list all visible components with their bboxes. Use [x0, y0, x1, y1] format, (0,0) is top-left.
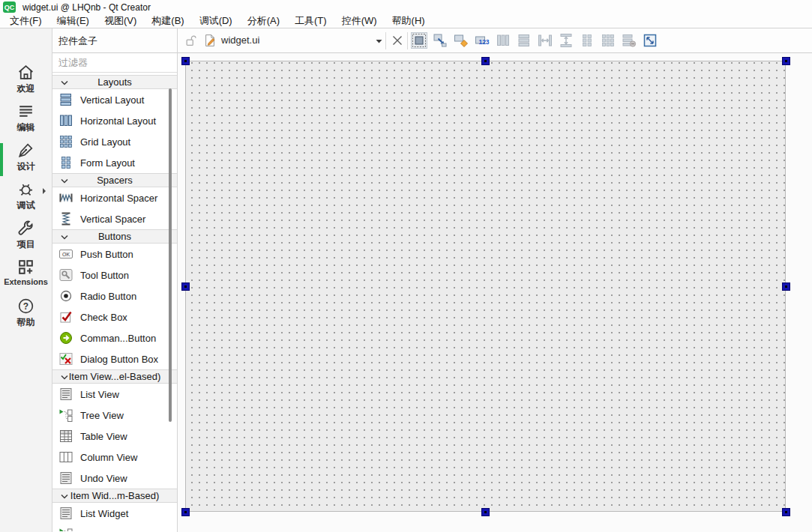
selection-handle-cb[interactable]	[481, 508, 490, 516]
menu-item-widgets[interactable]: 控件(W)	[334, 14, 385, 28]
menu-item-help[interactable]: 帮助(H)	[385, 14, 433, 28]
widget-item-label: Tool Button	[80, 270, 129, 281]
tool-lay-out-vertically[interactable]	[517, 33, 532, 48]
menu-item-edit[interactable]: 编辑(E)	[49, 14, 97, 28]
widget-item-label: Dialog Button Box	[80, 354, 158, 365]
unlocked-padlock-icon[interactable]	[184, 34, 198, 47]
dropdown-arrow-icon[interactable]	[375, 38, 383, 44]
filter-input[interactable]	[52, 53, 177, 72]
widget-box-scrollbar[interactable]	[169, 88, 172, 422]
form-design-surface[interactable]	[185, 61, 786, 512]
menu-item-build[interactable]: 构建(B)	[144, 14, 191, 28]
tool-lay-out-vertically-in-splitter[interactable]	[559, 33, 574, 48]
svg-text:123: 123	[478, 38, 489, 46]
widget-item-list-view[interactable]: List View	[52, 384, 177, 405]
tool-lay-out-in-grid[interactable]	[601, 33, 616, 48]
sidebar-mode-label: Extensions	[4, 277, 48, 286]
sidebar-mode-help[interactable]: ?帮助	[0, 297, 52, 336]
widget-item-column-view[interactable]: Column View	[52, 447, 177, 468]
close-document-icon[interactable]	[390, 33, 405, 48]
sidebar-mode-debug[interactable]: 调试	[0, 180, 52, 219]
widget-item-form-layout[interactable]: Form Layout	[52, 152, 177, 173]
category-header-spacers[interactable]: Spacers	[52, 173, 177, 187]
sidebar-mode-label: 调试	[17, 199, 35, 212]
widget-item-tree-widget[interactable]: Tree Widget	[52, 524, 177, 531]
widget-item-undo-view[interactable]: Undo View	[52, 468, 177, 489]
widget-item-label: Push Button	[80, 249, 133, 260]
widget-item-tree-view[interactable]: Tree View	[52, 405, 177, 426]
toolbar-separator	[385, 32, 386, 49]
tool-lay-out-in-form-layout[interactable]	[580, 33, 595, 48]
widget-item-list-widget[interactable]: List Widget	[52, 503, 177, 524]
help-icon: ?	[16, 297, 35, 315]
chevron-down-icon	[61, 494, 68, 499]
widget-item-dialog-button-box[interactable]: Dialog Button Box	[52, 348, 177, 369]
menu-item-analyze[interactable]: 分析(A)	[240, 14, 287, 28]
dialog-button-box-icon	[58, 351, 73, 366]
widget-box-panel: 控件盒子 LayoutsVertical LayoutHorizontal La…	[52, 28, 178, 532]
widget-item-label: List Widget	[80, 508, 128, 519]
grid-layout-icon	[58, 134, 73, 149]
tool-break-layout[interactable]	[622, 33, 637, 48]
category-label: Layouts	[97, 76, 132, 88]
tool-lay-out-horizontally[interactable]	[496, 33, 511, 48]
sidebar-mode-projects[interactable]: 项目	[0, 219, 52, 258]
radio-button-icon	[58, 288, 73, 303]
category-header-buttons[interactable]: Buttons	[52, 229, 177, 244]
widget-item-tool-button[interactable]: Tool Button	[52, 265, 177, 285]
title-bar: QC widget.ui @ LHQnb - Qt Creator	[0, 0, 812, 14]
sidebar-mode-extensions[interactable]: Extensions	[0, 258, 52, 297]
category-header-item-views[interactable]: Item View...el-Based)	[52, 369, 177, 384]
tool-lay-out-horizontally-in-splitter[interactable]	[538, 33, 553, 48]
tool-adjust-size[interactable]	[643, 33, 658, 48]
widget-item-check-box[interactable]: Check Box	[52, 306, 177, 327]
menu-item-view[interactable]: 视图(V)	[97, 14, 144, 28]
menu-item-file[interactable]: 文件(F)	[2, 14, 49, 28]
widget-item-comman-button[interactable]: Comman...Button	[52, 327, 177, 348]
category-label: Item View...el-Based)	[69, 371, 161, 382]
menu-item-debug[interactable]: 调试(D)	[192, 14, 240, 28]
widget-item-horizontal-layout[interactable]: Horizontal Layout	[52, 110, 177, 131]
sidebar-mode-edit[interactable]: 编辑	[0, 102, 52, 141]
table-view-icon	[58, 429, 73, 444]
widget-item-radio-button[interactable]: Radio Button	[52, 285, 177, 306]
category-header-layouts[interactable]: Layouts	[52, 75, 177, 89]
selection-handle-lt[interactable]	[181, 57, 190, 65]
sidebar-mode-label: 编辑	[17, 121, 35, 134]
sidebar-mode-welcome[interactable]: 欢迎	[0, 63, 52, 102]
tool-edit-tab-order[interactable]: 123	[475, 33, 490, 48]
widget-item-label: Vertical Layout	[80, 94, 144, 106]
selection-handle-lm[interactable]	[181, 282, 190, 291]
menu-item-tools[interactable]: 工具(T)	[287, 14, 334, 28]
vertical-layout-icon	[58, 92, 73, 107]
widget-item-label: Check Box	[80, 312, 127, 323]
widget-item-push-button[interactable]: OKPush Button	[52, 244, 177, 265]
flyout-arrow-icon[interactable]	[42, 187, 46, 195]
horizontal-layout-icon	[58, 113, 73, 128]
category-header-item-widgets[interactable]: Item Wid...m-Based)	[52, 489, 177, 503]
widget-item-label: Tree View	[80, 410, 124, 421]
widget-item-label: Undo View	[80, 473, 127, 484]
designer-toolbar: widget.ui 123	[178, 28, 812, 53]
widget-item-label: Grid Layout	[80, 136, 130, 148]
tool-edit-signals-slots[interactable]	[433, 33, 448, 48]
widget-item-vertical-spacer[interactable]: Vertical Spacer	[52, 208, 177, 229]
selection-handle-rt[interactable]	[782, 57, 790, 65]
document-selector[interactable]: widget.ui	[221, 34, 259, 46]
tool-edit-widgets[interactable]	[412, 33, 427, 48]
selection-handle-rm[interactable]	[782, 282, 790, 291]
tree-view-icon	[58, 408, 73, 423]
tool-edit-buddies[interactable]	[454, 33, 469, 48]
svg-text:OK: OK	[62, 252, 70, 257]
widget-item-label: Comman...Button	[80, 333, 156, 344]
selection-handle-rb[interactable]	[782, 508, 790, 516]
sidebar-mode-design[interactable]: 设计	[0, 141, 52, 180]
wrench-icon	[16, 219, 35, 238]
selection-handle-lb[interactable]	[181, 508, 190, 516]
widget-item-horizontal-spacer[interactable]: Horizontal Spacer	[52, 187, 177, 208]
widget-item-vertical-layout[interactable]: Vertical Layout	[52, 89, 177, 110]
widget-item-table-view[interactable]: Table View	[52, 426, 177, 447]
selection-handle-ct[interactable]	[481, 57, 490, 65]
extensions-icon	[16, 258, 35, 276]
widget-item-grid-layout[interactable]: Grid Layout	[52, 131, 177, 152]
